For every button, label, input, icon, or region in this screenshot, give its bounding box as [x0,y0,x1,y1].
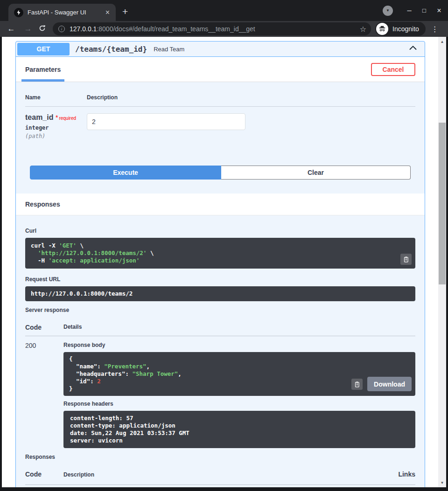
required-label: required [59,116,76,121]
responses-section-header: Responses [16,194,425,215]
column-description: Description [63,471,373,478]
clear-button[interactable]: Clear [221,166,411,180]
curl-command-block: curl -X 'GET' \ 'http://127.0.0.1:8000/t… [25,238,415,269]
incognito-icon [376,23,388,35]
browser-menu-icon[interactable]: ⋮ [430,25,440,34]
parameters-table-header: Name Description [25,94,415,107]
page-viewport: GET /teams/{team_id} Read Team Parameter… [2,37,446,487]
column-description: Description [87,94,118,101]
url-host: 127.0.0.1 [70,25,97,33]
column-code: Code [25,470,63,478]
request-url-label: Request URL [25,276,415,283]
scroll-up-icon[interactable]: ▲ [438,38,446,45]
request-url-block: http://127.0.0.1:8000/teams/2 [25,286,415,301]
media-control-icon[interactable]: ▼ [383,6,393,16]
column-links: Links [373,470,415,478]
active-tab-underline [21,79,64,82]
team-id-input[interactable] [87,113,245,130]
execute-wrapper: Execute Clear [30,166,411,180]
endpoint-summary: Read Team [154,46,408,53]
parameters-section-header: Parameters Cancel [16,57,425,82]
parameter-location: (path) [25,133,87,139]
curl-label: Curl [25,228,415,234]
copy-response-icon[interactable] [351,379,363,390]
response-headers-label: Response headers [63,401,415,407]
bookmark-star-icon[interactable]: ☆ [360,25,366,34]
new-tab-button[interactable]: + [122,7,128,16]
http-method-badge: GET [17,43,70,55]
incognito-badge: Incognito [375,22,426,36]
column-code: Code [25,324,63,331]
parameter-meta: team_id *required integer (path) [25,113,87,139]
endpoint-path: /teams/{team_id} [75,45,147,54]
reload-icon[interactable] [38,24,46,34]
window-controls: ▼ ─ □ × [383,0,443,21]
url-text[interactable]: 127.0.0.1:8000/docs#/default/read_team_t… [70,25,360,33]
minimize-button[interactable]: ─ [405,7,413,14]
tab-title: FastAPI - Swagger UI [28,9,104,16]
divider [25,484,415,485]
parameter-value-cell [87,113,245,139]
close-button[interactable]: × [435,7,443,15]
status-code: 200 [25,342,63,448]
response-details: Response body { "name": "Preventers", "h… [63,342,415,448]
server-response-row: 200 Response body { "name": "Preventers"… [25,342,415,448]
copy-curl-icon[interactable] [400,254,412,265]
column-name: Name [25,94,87,101]
scroll-down-icon[interactable]: ▼ [438,479,446,486]
tab-close-icon[interactable]: × [104,9,111,16]
documented-responses-title: Responses [25,454,415,460]
maximize-button[interactable]: □ [420,7,428,14]
required-asterisk: * [56,114,58,121]
download-button[interactable]: Download [367,377,412,391]
back-icon[interactable]: ← [6,24,17,34]
collapse-chevron-icon[interactable] [408,43,418,55]
divider [25,336,415,336]
column-details: Details [63,324,82,331]
forward-icon[interactable]: → [22,24,34,34]
execute-button[interactable]: Execute [30,166,221,180]
parameters-container: Name Description team_id *required integ… [16,82,425,194]
responses-wrapper: Curl curl -X 'GET' \ 'http://127.0.0.1:8… [16,215,425,487]
url-path: :8000/docs#/default/read_team_teams__tea… [97,25,255,33]
scrollbar-thumb[interactable] [439,123,446,284]
browser-tab-strip: FastAPI - Swagger UI × + ▼ ─ □ × [0,0,448,21]
opblock-get-teams: GET /teams/{team_id} Read Team Parameter… [15,41,425,487]
parameter-type: integer [25,124,87,131]
responses-table-header: Code Description Links [25,470,415,478]
responses-title: Responses [25,201,60,208]
incognito-label: Incognito [392,25,419,33]
parameter-name: team_id [25,113,53,121]
fastapi-favicon-icon [14,8,23,17]
server-response-label: Server response [25,307,415,313]
browser-toolbar: ← → i 127.0.0.1:8000/docs#/default/read_… [0,21,448,37]
tab-parameters[interactable]: Parameters [25,66,61,73]
cancel-button[interactable]: Cancel [371,63,415,76]
opblock-summary[interactable]: GET /teams/{team_id} Read Team [16,41,425,57]
response-body-label: Response body [63,342,415,348]
server-response-table-header: Code Details [25,324,415,331]
site-info-icon[interactable]: i [58,26,65,32]
address-bar[interactable]: i 127.0.0.1:8000/docs#/default/read_team… [53,22,371,35]
page-scrollbar[interactable]: ▲ ▼ [438,37,446,487]
response-body-block: { "name": "Preventers", "headquarters": … [63,352,415,396]
response-headers-block: content-length: 57 content-type: applica… [63,411,415,448]
browser-tab[interactable]: FastAPI - Swagger UI × [8,4,116,21]
parameter-row: team_id *required integer (path) [25,107,415,139]
